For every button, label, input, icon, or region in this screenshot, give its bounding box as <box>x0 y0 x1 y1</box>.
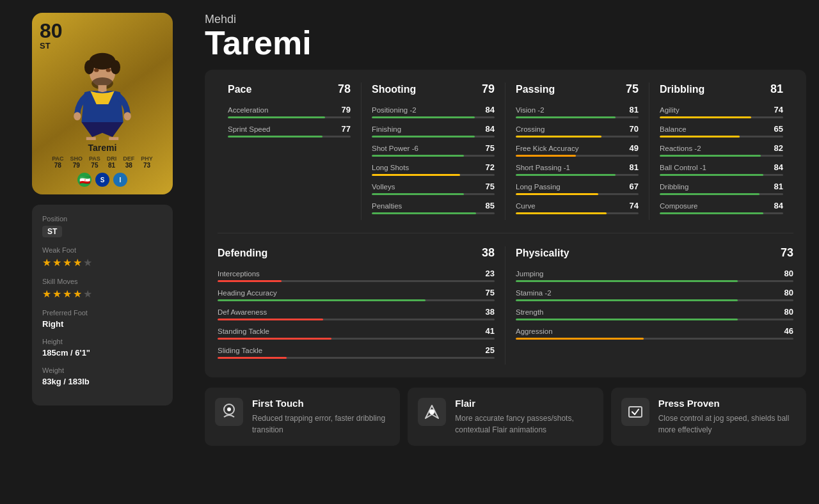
stat-value: 38 <box>486 307 495 317</box>
stat-name: Strength <box>516 308 543 316</box>
stat-row: Strength80 <box>516 307 793 320</box>
stat-value: 79 <box>342 105 351 114</box>
stat-bar-container <box>516 280 793 282</box>
stat-row: Aggression46 <box>516 326 793 340</box>
stat-name: Long Passing <box>516 183 561 191</box>
weight-row: Weight 83kg / 183lb <box>42 366 163 386</box>
stat-bar <box>660 155 761 157</box>
svg-rect-17 <box>621 398 649 426</box>
stat-value: 84 <box>486 124 495 134</box>
stat-bar <box>516 212 607 214</box>
stat-bar <box>372 212 476 214</box>
stat-bar <box>516 280 738 282</box>
stat-bar <box>218 319 323 320</box>
stat-bar-container <box>228 136 351 138</box>
svg-point-16 <box>429 409 434 414</box>
stat-bar-container <box>516 212 639 214</box>
stat-name: Curve <box>516 202 536 210</box>
stat-name: Positioning -2 <box>372 106 417 114</box>
stat-row: Agility74 <box>660 105 783 118</box>
stat-value: 74 <box>630 201 639 210</box>
stat-name: Short Passing -1 <box>516 164 570 171</box>
stat-bar-container <box>516 193 639 195</box>
stat-row: Sprint Speed77 <box>228 124 351 138</box>
stat-bar <box>516 174 616 176</box>
stat-name: Aggression <box>516 327 553 335</box>
stat-row: Curve74 <box>516 201 639 214</box>
stat-bar-container <box>218 338 495 340</box>
flag-club: I <box>113 173 127 187</box>
stat-row: Dribbling81 <box>660 182 783 195</box>
stat-bar <box>660 136 740 138</box>
stat-value: 81 <box>630 162 639 172</box>
stat-bar <box>218 357 287 359</box>
stat-row: Stamina -280 <box>516 288 793 301</box>
stat-bar <box>516 116 616 118</box>
stat-row: Free Kick Accuracy49 <box>516 143 639 157</box>
stat-value: 77 <box>342 124 351 134</box>
stat-row: Standing Tackle41 <box>218 326 495 340</box>
weight-label: Weight <box>42 366 163 374</box>
stat-row: Def Awareness38 <box>218 307 495 320</box>
trait-name: Press Proven <box>658 398 796 409</box>
stat-bar <box>516 319 738 320</box>
stat-bar <box>660 193 759 195</box>
stat-value: 75 <box>486 288 495 297</box>
player-photo <box>58 51 147 140</box>
svg-point-2 <box>84 60 94 74</box>
traits-grid: First TouchReduced trapping error, faste… <box>205 388 806 446</box>
stat-bar <box>516 299 738 301</box>
stat-value: 41 <box>486 326 495 336</box>
stat-name: Heading Accuracy <box>218 289 277 297</box>
stat-name: Composure <box>660 202 697 210</box>
stat-bar <box>372 116 475 118</box>
card-player-name: Taremi <box>40 143 165 153</box>
preferred-foot-value: Right <box>42 319 163 329</box>
right-panel: Mehdi Taremi Pace78Acceleration79Sprint … <box>205 13 806 446</box>
stat-category-dribbling: Dribbling81Agility74Balance65Reactions -… <box>649 83 793 220</box>
stat-bar-container <box>372 116 495 118</box>
position-badge: ST <box>42 226 62 237</box>
stat-bar <box>228 136 322 138</box>
stat-bar <box>516 193 598 195</box>
height-label: Height <box>42 338 163 345</box>
press-proven-icon <box>621 398 649 426</box>
stat-bar-container <box>372 174 495 176</box>
stat-name: Jumping <box>516 270 543 278</box>
trait-description: Close control at jog speed, shields ball… <box>658 413 796 436</box>
svg-point-9 <box>124 112 131 120</box>
stat-bar <box>516 136 601 138</box>
stat-row: Composure84 <box>660 201 783 214</box>
position-label: Position <box>42 215 163 223</box>
first-touch-icon <box>215 398 243 426</box>
stat-name: Reactions -2 <box>660 145 701 152</box>
trait-name: First Touch <box>252 398 390 409</box>
preferred-foot-label: Preferred Foot <box>42 309 163 317</box>
weight-value: 83kg / 183lb <box>42 377 163 386</box>
stat-row: Long Passing67 <box>516 182 639 195</box>
stat-bar <box>218 299 425 301</box>
trait-description: Reduced trapping error, faster dribbling… <box>252 413 390 436</box>
stat-value: 23 <box>486 269 495 278</box>
stat-row: Vision -281 <box>516 105 639 118</box>
stat-bar-container <box>516 116 639 118</box>
stat-name: Shot Power -6 <box>372 145 418 152</box>
stat-name: Vision -2 <box>516 106 545 114</box>
stat-bar-container <box>218 319 495 320</box>
stat-category-shooting: Shooting79Positioning -284Finishing84Sho… <box>362 83 505 220</box>
stat-bar-container <box>516 155 639 157</box>
stat-row: Ball Control -184 <box>660 162 783 176</box>
skill-moves-row: Skill Moves ★★★★★ <box>42 278 163 300</box>
stat-value: 81 <box>630 105 639 114</box>
stat-row: Shot Power -675 <box>372 143 495 157</box>
weak-foot-label: Weak Foot <box>42 246 163 254</box>
svg-rect-11 <box>109 137 118 140</box>
stat-value: 67 <box>630 182 639 191</box>
stat-value: 75 <box>486 182 495 191</box>
card-position: ST <box>40 41 63 51</box>
stat-value: 84 <box>774 162 783 172</box>
card-stat-pac: PAC 78 <box>52 155 63 169</box>
stat-value: 85 <box>486 201 495 210</box>
stat-name: Crossing <box>516 125 545 133</box>
flag-league: S <box>95 173 109 187</box>
